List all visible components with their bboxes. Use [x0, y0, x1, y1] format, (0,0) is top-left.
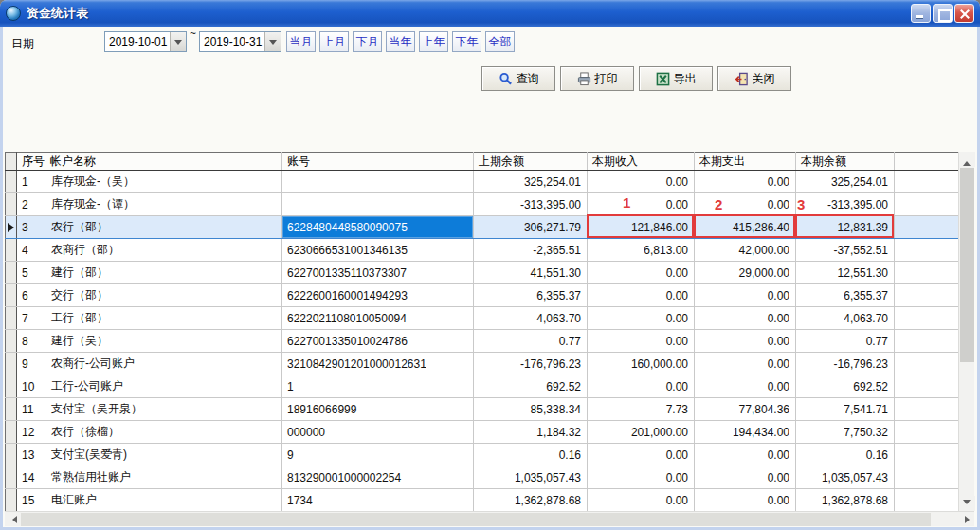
cell-name[interactable]: 工行（邵）	[45, 307, 282, 330]
cell-name[interactable]: 工行-公司账户	[45, 375, 282, 398]
row-indicator[interactable]	[6, 353, 17, 375]
export-button[interactable]: 导出	[639, 66, 713, 91]
cell-account[interactable]: 6227001335110373307	[282, 262, 474, 284]
cell-expense[interactable]: 42,000.00	[695, 239, 796, 262]
cell-name[interactable]: 库存现金-（吴）	[45, 171, 282, 193]
cell-name[interactable]: 交行（邵）	[45, 284, 282, 307]
table-row[interactable]: 1库存现金-（吴）325,254.010.000.00325,254.01	[6, 171, 959, 193]
cell-balance[interactable]: -313,395.00	[796, 193, 895, 216]
cell-income[interactable]: 0.00	[588, 171, 695, 193]
cell-seq[interactable]: 1	[17, 171, 45, 193]
row-indicator[interactable]	[6, 307, 17, 330]
chevron-down-icon[interactable]	[170, 32, 186, 51]
cell-expense[interactable]: 0.00	[695, 330, 796, 353]
table-row[interactable]: 14常熟信用社账户8132900010000022541,035,057.430…	[6, 466, 959, 489]
cell-income[interactable]: 0.00	[588, 489, 695, 512]
table-row[interactable]: 6交行（邵）62226001600014942936,355.370.000.0…	[6, 284, 959, 307]
cell-seq[interactable]: 10	[17, 375, 45, 398]
cell-seq[interactable]: 6	[17, 284, 45, 307]
cell-prev[interactable]: 6,355.37	[474, 284, 588, 307]
cell-name[interactable]: 建行（吴）	[45, 330, 282, 353]
cell-balance[interactable]: 0.16	[796, 444, 895, 466]
table-row[interactable]: 12农行（徐榴）0000001,184.32201,000.00194,434.…	[6, 421, 959, 444]
row-indicator[interactable]	[6, 375, 17, 398]
cell-expense[interactable]: 0.00	[695, 284, 796, 307]
minimize-button[interactable]	[911, 4, 931, 23]
row-indicator[interactable]	[6, 444, 17, 466]
row-indicator[interactable]	[6, 330, 17, 353]
table-row[interactable]: 9农商行-公司账户3210842901201000012631-176,796.…	[6, 353, 959, 375]
table-row[interactable]: 2库存现金-（谭）-313,395.000.000.00-313,395.00	[6, 193, 959, 216]
cell-seq[interactable]: 4	[17, 239, 45, 262]
cell-expense[interactable]: 0.00	[695, 193, 796, 216]
table-row[interactable]: 4农商行（邵）6230666531001346135-2,365.516,813…	[6, 239, 959, 262]
cell-balance[interactable]: 692.52	[796, 375, 895, 398]
cell-income[interactable]: 0.00	[588, 466, 695, 489]
cell-seq[interactable]: 14	[17, 466, 45, 489]
print-button[interactable]: 打印	[560, 66, 634, 91]
cell-seq[interactable]: 8	[17, 330, 45, 353]
vertical-scrollbar-thumb[interactable]	[960, 168, 974, 362]
cell-account[interactable]: 6222021108010050094	[282, 307, 474, 330]
cell-seq[interactable]: 12	[17, 421, 45, 444]
cell-income[interactable]: 0.00	[588, 262, 695, 284]
table-row[interactable]: 15电汇账户17341,362,878.680.000.001,362,878.…	[6, 489, 959, 512]
cell-income[interactable]: 0.00	[588, 193, 695, 216]
header-period-expense[interactable]: 本期支出	[695, 153, 796, 171]
header-period-income[interactable]: 本期收入	[588, 153, 695, 171]
cell-name[interactable]: 建行（邵）	[45, 262, 282, 284]
horizontal-scrollbar[interactable]	[5, 511, 974, 526]
cell-income[interactable]: 160,000.00	[588, 353, 695, 375]
row-indicator[interactable]	[6, 398, 17, 421]
horizontal-scrollbar-thumb[interactable]	[21, 513, 931, 526]
cell-prev[interactable]: -176,796.23	[474, 353, 588, 375]
cell-account[interactable]: 9	[282, 444, 474, 466]
query-button[interactable]: 查询	[481, 66, 555, 91]
cell-seq[interactable]: 15	[17, 489, 45, 512]
cell-expense[interactable]: 0.00	[695, 489, 796, 512]
cell-expense[interactable]: 77,804.36	[695, 398, 796, 421]
next-month-button[interactable]: 下月	[353, 31, 382, 52]
current-month-button[interactable]: 当月	[286, 31, 316, 52]
cell-seq[interactable]: 3	[17, 216, 45, 239]
table-row[interactable]: 7工行（邵）62220211080100500944,063.700.000.0…	[6, 307, 959, 330]
row-indicator[interactable]	[6, 216, 17, 239]
cell-expense[interactable]: 0.00	[695, 353, 796, 375]
header-seq[interactable]: 序号	[17, 153, 45, 171]
table-row[interactable]: 13支付宝(吴爱青)90.160.000.000.16	[6, 444, 959, 466]
cell-account[interactable]: 6222600160001494293	[282, 284, 474, 307]
cell-balance[interactable]: 7,541.71	[796, 398, 895, 421]
cell-prev[interactable]: -2,365.51	[474, 239, 588, 262]
cell-seq[interactable]: 7	[17, 307, 45, 330]
chevron-down-icon[interactable]	[264, 32, 281, 51]
row-indicator[interactable]	[6, 489, 17, 512]
table-row[interactable]: 8建行（吴）62270013350100247860.770.000.000.7…	[6, 330, 959, 353]
previous-month-button[interactable]: 上月	[319, 31, 349, 52]
cell-seq[interactable]: 11	[17, 398, 45, 421]
header-account-number[interactable]: 账号	[282, 153, 474, 171]
previous-year-button[interactable]: 上年	[419, 31, 448, 52]
cell-prev[interactable]: 306,271.79	[474, 216, 588, 239]
date-from-select[interactable]: 2019-10-01	[104, 31, 187, 52]
cell-account[interactable]: 18916066999	[282, 398, 474, 421]
cell-account[interactable]: 6228480448580090075	[282, 216, 474, 239]
cell-seq[interactable]: 13	[17, 444, 45, 466]
current-year-button[interactable]: 当年	[386, 31, 415, 52]
cell-income[interactable]: 0.00	[588, 330, 695, 353]
cell-prev[interactable]: 1,035,057.43	[474, 466, 588, 489]
cell-prev[interactable]: 41,551.30	[474, 262, 588, 284]
cell-balance[interactable]: 0.77	[796, 330, 895, 353]
row-indicator[interactable]	[6, 262, 17, 284]
cell-seq[interactable]: 2	[17, 193, 45, 216]
cell-balance[interactable]: 6,355.37	[796, 284, 895, 307]
cell-balance[interactable]: 1,362,878.68	[796, 489, 895, 512]
close-form-button[interactable]: 关闭	[717, 66, 791, 91]
cell-name[interactable]: 电汇账户	[45, 489, 282, 512]
row-indicator[interactable]	[6, 421, 17, 444]
scroll-left-icon[interactable]	[5, 512, 20, 527]
cell-prev[interactable]: 4,063.70	[474, 307, 588, 330]
scroll-up-icon[interactable]	[959, 152, 975, 167]
cell-expense[interactable]: 0.00	[695, 444, 796, 466]
cell-balance[interactable]: 4,063.70	[796, 307, 895, 330]
cell-balance[interactable]: -37,552.51	[796, 239, 895, 262]
